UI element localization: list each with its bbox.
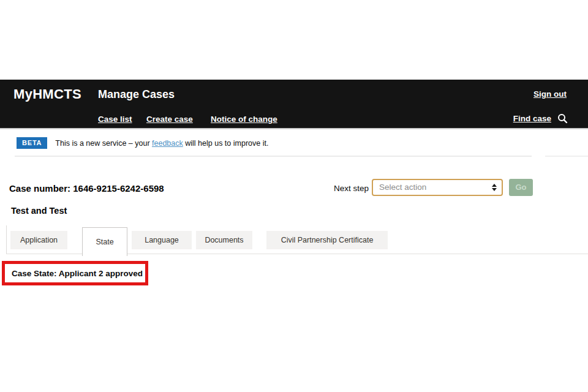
next-step-select[interactable]: Select action bbox=[372, 179, 503, 196]
case-number: Case number: 1646-9215-6242-6598 bbox=[9, 183, 164, 194]
feedback-link[interactable]: feedback bbox=[152, 139, 183, 148]
next-step-select-value: Select action bbox=[379, 183, 426, 192]
nav-notice-of-change[interactable]: Notice of change bbox=[211, 115, 277, 124]
search-icon[interactable] bbox=[557, 113, 568, 124]
case-number-label: Case number: bbox=[9, 183, 70, 194]
beta-divider-left bbox=[15, 156, 532, 157]
case-state-text: Case State: Applicant 2 approved bbox=[5, 269, 143, 278]
annotation-highlight-box: Case State: Applicant 2 approved bbox=[2, 261, 148, 285]
tab-language[interactable]: Language bbox=[132, 231, 192, 249]
find-case-group: Find case bbox=[513, 113, 568, 124]
beta-divider-right bbox=[545, 156, 588, 157]
case-number-value: 1646-9215-6242-6598 bbox=[73, 183, 164, 194]
beta-text-before: This is a new service – your bbox=[55, 139, 152, 148]
app-title: Manage Cases bbox=[98, 88, 175, 101]
beta-text-after: will help us to improve it. bbox=[183, 139, 269, 148]
tab-state[interactable]: State bbox=[82, 227, 127, 256]
tab-civil-partnership-certificate[interactable]: Civil Partnership Certificate bbox=[266, 231, 388, 249]
select-spinner-icon bbox=[492, 184, 497, 191]
beta-badge: BETA bbox=[17, 137, 47, 149]
beta-text: This is a new service – your feedback wi… bbox=[55, 139, 268, 148]
brand-logo[interactable]: MyHMCTS bbox=[13, 86, 81, 102]
case-title: Test and Test bbox=[11, 206, 67, 216]
beta-banner: BETA This is a new service – your feedba… bbox=[17, 137, 268, 149]
nav-case-list[interactable]: Case list bbox=[98, 115, 132, 124]
next-step-label: Next step bbox=[334, 184, 369, 193]
tab-documents[interactable]: Documents bbox=[196, 231, 252, 249]
sign-out-link[interactable]: Sign out bbox=[533, 89, 567, 99]
page: MyHMCTS Manage Cases Sign out Case list … bbox=[0, 0, 588, 392]
app-header: MyHMCTS Manage Cases Sign out Case list … bbox=[0, 80, 588, 129]
find-case-link[interactable]: Find case bbox=[513, 114, 551, 123]
tab-panel-left-border bbox=[6, 225, 7, 254]
tab-application[interactable]: Application bbox=[10, 231, 67, 249]
nav-create-case[interactable]: Create case bbox=[146, 115, 193, 124]
go-button[interactable]: Go bbox=[509, 179, 533, 196]
